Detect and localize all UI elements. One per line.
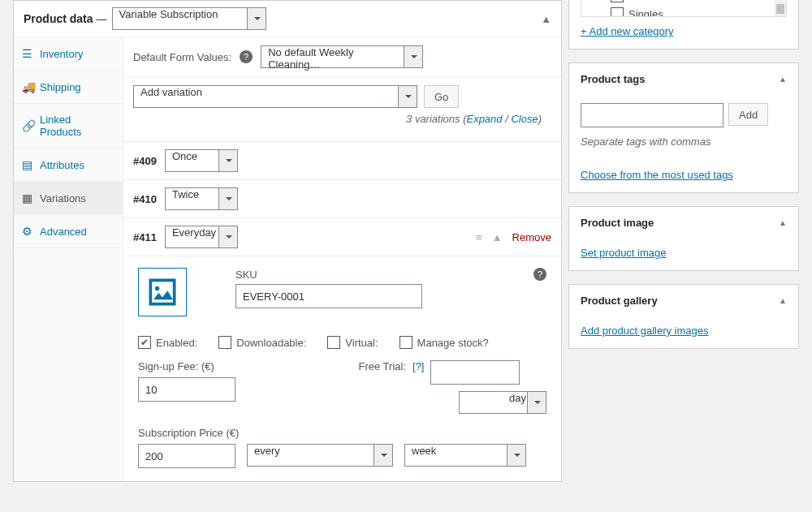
collapse-variation-icon[interactable]: ▲	[492, 231, 503, 243]
trial-unit-select[interactable]: day	[459, 391, 546, 414]
category-checklist[interactable]: Albums Singles Posters	[581, 0, 787, 17]
product-type-select[interactable]: Variable Subscription	[112, 7, 266, 30]
tags-description: Separate tags with commas	[581, 136, 787, 148]
variation-attribute-select[interactable]: Once	[165, 149, 238, 172]
add-tag-button[interactable]: Add	[728, 103, 768, 126]
subscription-price-label: Subscription Price (€)	[138, 427, 546, 439]
collapse-icon[interactable]: ▲	[779, 75, 787, 84]
subscription-period-select[interactable]: week	[404, 444, 526, 467]
category-checkbox[interactable]	[611, 7, 624, 17]
collapse-icon[interactable]: ▲	[779, 296, 787, 305]
go-button[interactable]: Go	[424, 85, 459, 108]
tab-shipping[interactable]: 🚚Shipping	[14, 71, 123, 104]
inventory-icon: ☰	[22, 47, 33, 60]
product-image-header: Product image ▲	[569, 207, 798, 239]
variation-attribute-select[interactable]: Twice	[165, 187, 238, 210]
set-product-image-link[interactable]: Set product image	[581, 247, 667, 259]
scrollbar[interactable]	[775, 0, 786, 16]
category-checkbox[interactable]	[611, 0, 624, 2]
product-data-tabs: ☰Inventory 🚚Shipping 🔗Linked Products ▤A…	[14, 37, 123, 481]
tab-variations[interactable]: ▦Variations	[14, 182, 123, 215]
enabled-label: Enabled:	[156, 337, 197, 349]
panel-title: Product data	[24, 12, 93, 25]
free-trial-help-link[interactable]: [?]	[412, 360, 424, 372]
enabled-checkbox[interactable]	[138, 336, 151, 349]
add-variation-select[interactable]: Add variation	[133, 85, 417, 108]
virtual-checkbox[interactable]	[327, 336, 340, 349]
attributes-icon: ▤	[22, 158, 33, 171]
product-gallery-header: Product gallery ▲	[569, 285, 798, 316]
variation-image-placeholder[interactable]	[138, 268, 187, 316]
shipping-icon: 🚚	[22, 80, 33, 93]
free-trial-label: Free Trial:	[359, 360, 407, 372]
variation-id: #411	[133, 231, 157, 243]
category-label: Singles	[628, 8, 663, 18]
tab-inventory[interactable]: ☰Inventory	[14, 37, 123, 71]
variations-icon: ▦	[22, 191, 33, 204]
close-link[interactable]: Close	[511, 113, 538, 125]
signup-fee-input[interactable]	[138, 377, 235, 402]
variation-attribute-select[interactable]: Everyday	[165, 226, 238, 248]
drag-handle-icon[interactable]: ≡	[476, 231, 482, 243]
downloadable-label: Downloadable:	[236, 337, 306, 349]
sku-label: SKU	[235, 269, 257, 281]
default-values-label: Default Form Values:	[133, 51, 231, 63]
downloadable-checkbox[interactable]	[218, 336, 231, 349]
tab-advanced[interactable]: ⚙Advanced	[14, 215, 123, 248]
variation-row[interactable]: #410 Twice	[123, 180, 561, 218]
variation-row: #411 Everyday ≡ ▲ Remove	[123, 218, 561, 256]
expand-link[interactable]: Expand	[466, 113, 502, 125]
variation-detail: SKU ? Enabled: Downloadable: Virtual: Ma…	[123, 256, 561, 481]
free-trial-input[interactable]	[430, 360, 520, 385]
image-icon	[145, 274, 180, 310]
variation-row[interactable]: #409 Once	[123, 142, 561, 180]
collapse-icon[interactable]: ▲	[541, 13, 551, 25]
virtual-label: Virtual:	[345, 337, 378, 349]
remove-variation-link[interactable]: Remove	[512, 231, 551, 243]
help-icon[interactable]: ?	[533, 268, 546, 281]
variation-id: #410	[133, 193, 157, 205]
tab-linked-products[interactable]: 🔗Linked Products	[14, 104, 123, 148]
add-new-category-link[interactable]: + Add new category	[581, 25, 674, 37]
variation-id: #409	[133, 155, 157, 167]
subscription-price-input[interactable]	[138, 444, 235, 468]
most-used-tags-link[interactable]: Choose from the most used tags	[581, 169, 733, 181]
product-data-header: Product data — Variable Subscription ▲	[14, 1, 561, 37]
link-icon: 🔗	[22, 119, 33, 132]
subscription-interval-select[interactable]: every	[247, 444, 393, 467]
sku-input[interactable]	[235, 284, 422, 308]
default-values-select[interactable]: No default Weekly Cleaning…	[261, 45, 423, 68]
gear-icon: ⚙	[22, 225, 33, 238]
variation-count: 3 variations (Expand / Close)	[133, 111, 551, 133]
add-gallery-images-link[interactable]: Add product gallery images	[581, 325, 709, 337]
help-icon[interactable]: ?	[240, 50, 253, 63]
product-tags-header: Product tags ▲	[569, 63, 798, 95]
tab-attributes[interactable]: ▤Attributes	[14, 148, 123, 182]
tag-input[interactable]	[581, 103, 723, 127]
manage-stock-checkbox[interactable]	[400, 336, 412, 349]
manage-stock-label: Manage stock?	[417, 337, 489, 349]
signup-fee-label: Sign-up Fee: (€)	[138, 360, 326, 372]
collapse-icon[interactable]: ▲	[779, 218, 787, 227]
